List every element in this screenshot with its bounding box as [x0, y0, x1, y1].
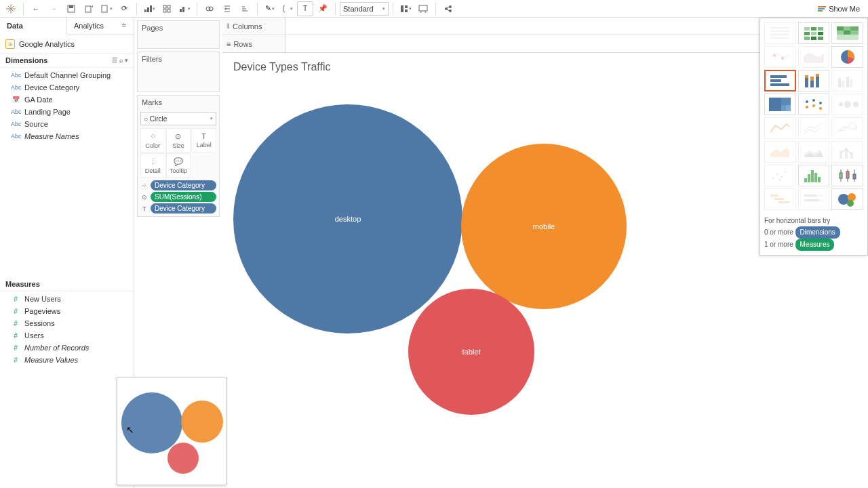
filters-card[interactable]: Filters: [137, 52, 220, 92]
pages-card[interactable]: Pages: [137, 20, 220, 49]
measure-field[interactable]: Sessions: [0, 317, 134, 329]
pill-color: Device Category: [151, 180, 216, 190]
sort-asc-button[interactable]: [159, 1, 175, 16]
sm-symbol-map[interactable]: [764, 46, 796, 68]
sm-line-disc[interactable]: [798, 117, 830, 139]
svg-rect-107: [774, 198, 784, 200]
mark-size-button[interactable]: ⊙Size: [166, 128, 191, 152]
refresh-button[interactable]: ⟳: [116, 1, 132, 16]
dimension-field[interactable]: AbcDefault Channel Grouping: [0, 69, 134, 81]
sm-side-bar[interactable]: [831, 70, 863, 92]
datasource-row[interactable]: ⊞ Google Analytics: [0, 35, 134, 54]
tableau-logo-icon[interactable]: [3, 1, 19, 16]
sm-pie[interactable]: [831, 46, 863, 68]
sm-side-circle[interactable]: [831, 94, 863, 115]
svg-point-90: [772, 178, 774, 180]
sm-dual-line[interactable]: [831, 117, 863, 139]
dimension-field[interactable]: 📅GA Date: [0, 94, 134, 106]
dimension-field[interactable]: AbcDevice Category: [0, 81, 134, 94]
field-label: Measure Values: [24, 356, 78, 364]
dimension-field[interactable]: AbcLanding Page: [0, 106, 134, 118]
search-icon[interactable]: ⌕: [119, 57, 123, 64]
share-button[interactable]: [440, 1, 456, 16]
measure-field[interactable]: Measure Values: [0, 354, 134, 366]
rows-icon: ≡: [226, 40, 231, 48]
marks-card[interactable]: Marks ○ Circle▾ ⁘Color ⊙Size TLabel ⋮Det…: [137, 95, 220, 217]
sm-line-cont[interactable]: [764, 117, 796, 139]
sm-scatter[interactable]: [764, 165, 796, 186]
group-button[interactable]: [201, 1, 218, 16]
fit-dropdown[interactable]: Standard▾: [340, 2, 389, 16]
totals-button[interactable]: [219, 1, 235, 16]
sm-gantt[interactable]: [764, 188, 796, 210]
pill-size-row[interactable]: ⊙SUM(Sessions): [140, 192, 216, 202]
presentation-button[interactable]: [415, 1, 431, 16]
pill-label-row[interactable]: TDevice Category: [140, 203, 216, 214]
bubble-desktop[interactable]: desktop: [233, 104, 462, 333]
new-worksheet-button[interactable]: ▾: [98, 1, 115, 16]
dimension-field[interactable]: AbcSource: [0, 118, 134, 130]
tab-analytics[interactable]: Analytics≑: [67, 18, 134, 35]
showme-button[interactable]: Show Me: [812, 1, 865, 16]
svg-rect-50: [818, 37, 823, 40]
mark-detail-button[interactable]: ⋮Detail: [140, 153, 165, 178]
dashboard-button[interactable]: ▾: [397, 1, 414, 16]
sm-stacked-bar[interactable]: [798, 70, 830, 92]
sm-bullet[interactable]: [798, 188, 830, 210]
highlight-button[interactable]: ✎▾: [262, 1, 278, 16]
svg-rect-71: [842, 81, 844, 87]
abc-button[interactable]: [237, 1, 253, 16]
swap-button[interactable]: ▾: [141, 1, 157, 16]
sm-dual-combo[interactable]: [831, 141, 863, 163]
sm-filled-map[interactable]: [798, 46, 830, 68]
sm-text-table[interactable]: [764, 22, 796, 44]
tab-data[interactable]: Data: [0, 18, 67, 35]
marks-card-title: Marks: [138, 96, 219, 109]
sort-desc-button[interactable]: ▾: [176, 1, 193, 16]
new-datasource-button[interactable]: +: [81, 1, 97, 16]
sm-histogram[interactable]: [798, 165, 830, 186]
bubble-tablet[interactable]: tablet: [408, 289, 534, 415]
mark-color-button[interactable]: ⁘Color: [140, 128, 165, 152]
mark-type-dropdown[interactable]: ○ Circle▾: [140, 112, 216, 125]
sm-packed-bubbles[interactable]: [831, 188, 863, 210]
measure-field[interactable]: Number of Records: [0, 342, 134, 354]
sm-treemap[interactable]: [764, 94, 796, 115]
menu-icon[interactable]: ▾: [125, 57, 128, 64]
back-button[interactable]: ←: [28, 1, 44, 16]
svg-rect-68: [816, 77, 819, 87]
view-icon[interactable]: ☰: [112, 57, 117, 64]
sm-box-plot[interactable]: [831, 165, 863, 186]
svg-rect-11: [150, 5, 152, 12]
svg-rect-103: [846, 171, 849, 178]
sm-heatmap[interactable]: [798, 22, 830, 44]
svg-rect-46: [811, 32, 816, 35]
sm-area-cont[interactable]: [764, 141, 796, 163]
pin-button[interactable]: 📌: [315, 1, 331, 16]
field-label: Sessions: [24, 319, 55, 327]
svg-point-92: [781, 176, 783, 178]
sm-hbar[interactable]: [764, 70, 796, 92]
field-type-icon: Abc: [11, 108, 20, 115]
svg-rect-9: [144, 9, 146, 12]
pill-color-row[interactable]: ⁘Device Category: [140, 180, 216, 190]
clip-button[interactable]: ▾: [279, 1, 296, 16]
bubble-mobile[interactable]: mobile: [461, 144, 627, 309]
sm-highlight-table[interactable]: [831, 22, 863, 44]
size-icon: ⊙: [175, 132, 181, 141]
svg-rect-55: [837, 30, 844, 35]
svg-rect-13: [167, 5, 170, 8]
mark-tooltip-button[interactable]: 💬Tooltip: [166, 153, 191, 178]
sm-area-disc[interactable]: [798, 141, 830, 163]
mark-label-button[interactable]: TLabel: [191, 128, 216, 152]
measure-field[interactable]: New Users: [0, 293, 134, 305]
save-button[interactable]: [63, 1, 79, 16]
svg-point-82: [819, 102, 822, 104]
measure-field[interactable]: Pageviews: [0, 305, 134, 317]
measure-field[interactable]: Users: [0, 329, 134, 342]
text-button[interactable]: T: [297, 1, 313, 16]
forward-button[interactable]: →: [45, 1, 62, 16]
svg-rect-30: [419, 5, 427, 11]
sm-circle-views[interactable]: [798, 94, 830, 115]
dimension-field[interactable]: AbcMeasure Names: [0, 130, 134, 142]
